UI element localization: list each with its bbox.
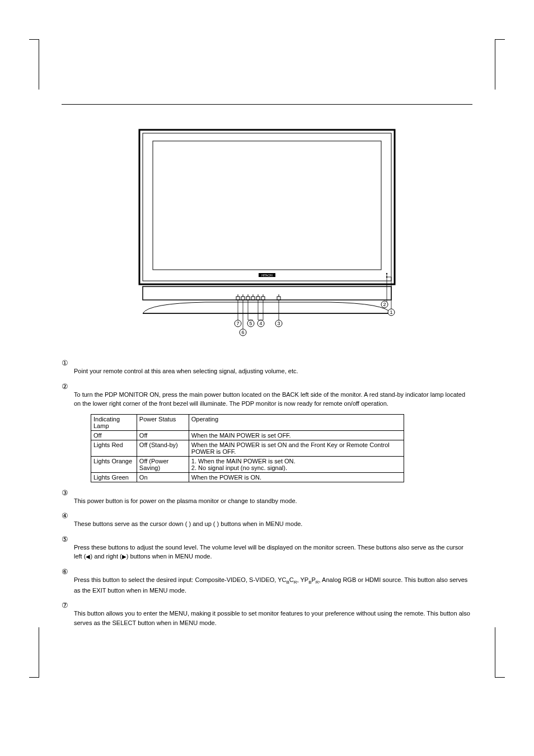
svg-rect-13: [246, 297, 250, 300]
crop-mark-br: [495, 627, 505, 678]
item-3-body: This power button is for power on the pl…: [74, 496, 472, 506]
item-6-body: Press this button to select the desired …: [74, 575, 472, 595]
item-5: ⑤ Press these buttons to adjust the soun…: [62, 536, 472, 561]
item-4-num: ④: [62, 512, 69, 519]
item-5-body: Press these buttons to adjust the sound …: [74, 543, 472, 561]
item-1-num: ①: [62, 359, 69, 367]
th-lamp: Indicating Lamp: [91, 414, 137, 430]
svg-text:6: 6: [241, 330, 244, 335]
monitor-diagram: HITACHI: [138, 129, 396, 342]
svg-rect-14: [251, 297, 255, 300]
indicator-lamp-table: Indicating Lamp Power Status Operating O…: [91, 414, 404, 482]
svg-rect-9: [143, 287, 391, 300]
th-status: Power Status: [137, 414, 189, 430]
svg-rect-15: [256, 297, 260, 300]
svg-rect-12: [241, 297, 245, 300]
item-6: ⑥ Press this button to select the desire…: [62, 568, 472, 595]
item-4: ④ These buttons serve as the cursor down…: [62, 512, 472, 529]
brand-label: HITACHI: [261, 274, 273, 277]
svg-text:4: 4: [259, 321, 262, 326]
crop-mark-bl: [29, 627, 39, 678]
svg-rect-16: [261, 297, 265, 300]
svg-text:7: 7: [236, 321, 239, 326]
svg-text:1: 1: [390, 309, 392, 315]
item-2-body: To turn the PDP MONITOR ON, press the ma…: [74, 390, 472, 408]
svg-text:5: 5: [249, 321, 252, 326]
item-7-num: ⑦: [62, 602, 69, 609]
svg-rect-11: [236, 297, 240, 300]
item-7-body: This button allows you to enter the MENU…: [74, 609, 472, 627]
svg-rect-2: [153, 141, 381, 270]
svg-text:2: 2: [383, 302, 386, 307]
svg-rect-1: [143, 133, 391, 281]
item-3: ③ This power button is for power on the …: [62, 489, 472, 506]
th-operating: Operating: [189, 414, 404, 430]
header-rule: [62, 104, 472, 105]
item-6-num: ⑥: [62, 568, 69, 575]
item-2-num: ②: [62, 383, 69, 390]
item-5-num: ⑤: [62, 536, 69, 543]
svg-rect-0: [139, 130, 395, 284]
svg-text:3: 3: [277, 321, 280, 326]
item-3-num: ③: [62, 489, 69, 496]
crop-mark-tl: [29, 39, 39, 90]
crop-mark-tr: [495, 39, 505, 90]
item-4-body: These buttons serve as the cursor down (…: [74, 519, 472, 529]
item-7: ⑦ This button allows you to enter the ME…: [62, 602, 472, 627]
page-content: HITACHI: [62, 118, 472, 634]
svg-rect-17: [277, 297, 280, 300]
item-1: ① Point your remote control at this area…: [62, 359, 472, 376]
item-2: ② To turn the PDP MONITOR ON, press the …: [62, 383, 472, 482]
item-1-body: Point your remote control at this area w…: [74, 367, 472, 376]
